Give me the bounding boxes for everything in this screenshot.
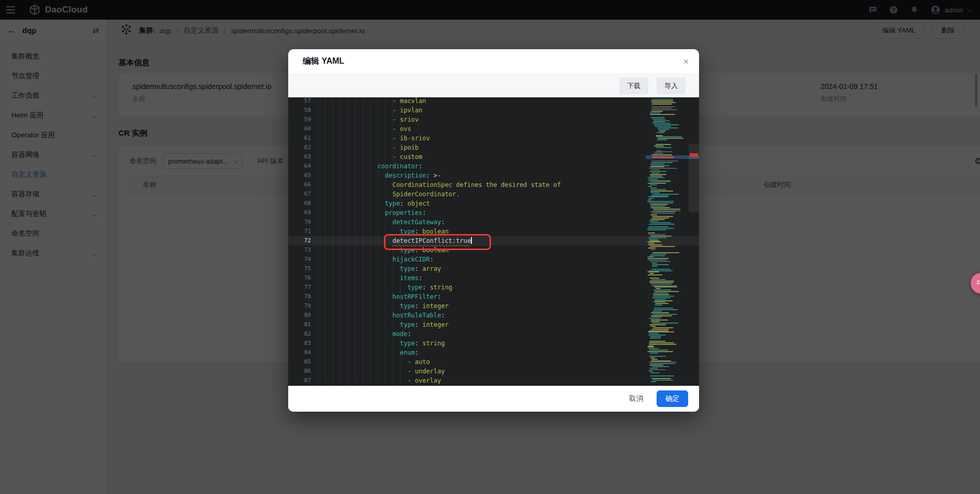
minimap-line	[652, 217, 670, 219]
minimap-line	[651, 161, 678, 162]
minimap-line	[649, 171, 667, 172]
yaml-editor[interactable]: 57 - macvlan58 - ipvlan59 - sriov60 - ov…	[288, 97, 699, 386]
line-content: detectGateway:	[318, 217, 445, 227]
line-content: CoordinationSpec defines the desired sta…	[318, 180, 561, 190]
close-icon[interactable]: ×	[683, 57, 689, 66]
minimap-line	[648, 233, 655, 234]
token-val: string	[422, 340, 444, 347]
minimap-line	[652, 99, 674, 100]
line-content: type: object	[318, 199, 430, 208]
token-plain: :	[441, 219, 444, 226]
minimap-line	[650, 204, 668, 205]
minimap-line	[649, 333, 659, 334]
cancel-button[interactable]: 取消	[629, 394, 643, 403]
download-button[interactable]: 下载	[619, 78, 648, 94]
code-line: 58 - ipvlan	[288, 106, 699, 115]
minimap-line	[650, 187, 657, 188]
minimap-line	[652, 266, 658, 267]
token-key: type	[385, 200, 400, 207]
minimap-line	[650, 372, 660, 373]
minimap-line	[650, 191, 673, 192]
line-number: 76	[288, 273, 311, 283]
minimap-line	[648, 244, 663, 245]
code-line: 67 SpiderCoordinator.	[288, 190, 699, 199]
minimap-line	[656, 288, 661, 289]
token-plain: :	[415, 349, 419, 356]
code-line: 68 type: object	[288, 199, 699, 208]
minimap-line	[655, 303, 669, 304]
line-number: 86	[288, 367, 311, 376]
token-val: string	[430, 284, 452, 291]
line-content: - sriov	[318, 115, 419, 124]
modal-title: 编辑 YAML	[303, 56, 344, 67]
line-content: type: array	[318, 264, 441, 273]
minimap-line	[648, 180, 671, 181]
minimap-line	[650, 222, 671, 223]
token-val: - custom	[393, 153, 423, 161]
code-line: 81 type: integer	[288, 320, 699, 329]
minimap-line	[650, 211, 676, 212]
minimap-line	[650, 261, 671, 262]
minimap-line	[647, 228, 674, 229]
minimap-line	[649, 282, 673, 283]
confirm-button[interactable]: 确定	[657, 390, 688, 407]
token-key: items	[400, 274, 419, 282]
token-val: - macvlan	[393, 97, 426, 105]
token-plain: :	[422, 209, 426, 216]
minimap-line	[657, 132, 664, 133]
line-content: - ipoib	[318, 143, 419, 152]
minimap-line	[653, 380, 673, 381]
minimap-line	[652, 323, 679, 324]
minimap-line	[648, 186, 652, 187]
token-key: enum	[400, 349, 415, 356]
minimap-line	[648, 179, 658, 180]
token-key: type	[407, 284, 422, 291]
minimap-line	[651, 360, 671, 361]
modal-toolbar: 下载 导入	[288, 74, 699, 97]
minimap-line	[648, 274, 662, 275]
line-content: hijackCIDR:	[318, 255, 434, 264]
code-line: 64 coordinator:	[288, 162, 699, 171]
minimap-line	[652, 311, 661, 312]
line-number: 75	[288, 264, 311, 273]
code-line: 70 detectGateway:	[288, 217, 699, 227]
minimap-line	[650, 206, 666, 207]
code-line: 84 enum:	[288, 348, 699, 357]
minimap-line	[651, 165, 670, 166]
line-number: 59	[288, 115, 311, 124]
modal-header: 编辑 YAML ×	[288, 49, 699, 74]
token-val: integer	[422, 302, 449, 310]
minimap[interactable]	[646, 97, 689, 386]
minimap-line	[650, 338, 661, 339]
token-key: type	[400, 302, 415, 310]
minimap-line	[652, 264, 669, 265]
code-line: 74 hijackCIDR:	[288, 255, 699, 264]
minimap-line	[652, 216, 673, 217]
minimap-line	[651, 100, 673, 101]
minimap-line	[651, 162, 673, 163]
token-val: - ipoib	[393, 144, 419, 151]
line-number: 58	[288, 106, 311, 115]
minimap-line	[657, 127, 678, 128]
minimap-line	[653, 296, 674, 297]
token-key: coordinator	[378, 163, 419, 170]
minimap-line	[654, 309, 678, 310]
token-key: hostRuleTable	[393, 312, 441, 319]
minimap-line	[659, 130, 666, 132]
minimap-line	[650, 184, 657, 185]
minimap-line	[651, 195, 670, 196]
minimap-line	[647, 256, 654, 257]
minimap-line	[650, 246, 676, 247]
import-button[interactable]: 导入	[657, 78, 686, 94]
token-val: object	[407, 200, 429, 207]
minimap-line	[651, 263, 657, 264]
minimap-line	[650, 181, 671, 182]
line-number: 64	[288, 162, 311, 171]
minimap-line	[651, 104, 672, 105]
token-plain: :	[422, 284, 429, 291]
minimap-line	[651, 189, 666, 190]
minimap-line	[647, 241, 661, 242]
line-content: - custom	[318, 152, 422, 162]
line-content: - auto	[318, 357, 430, 367]
code-line: 69 properties:	[288, 208, 699, 217]
